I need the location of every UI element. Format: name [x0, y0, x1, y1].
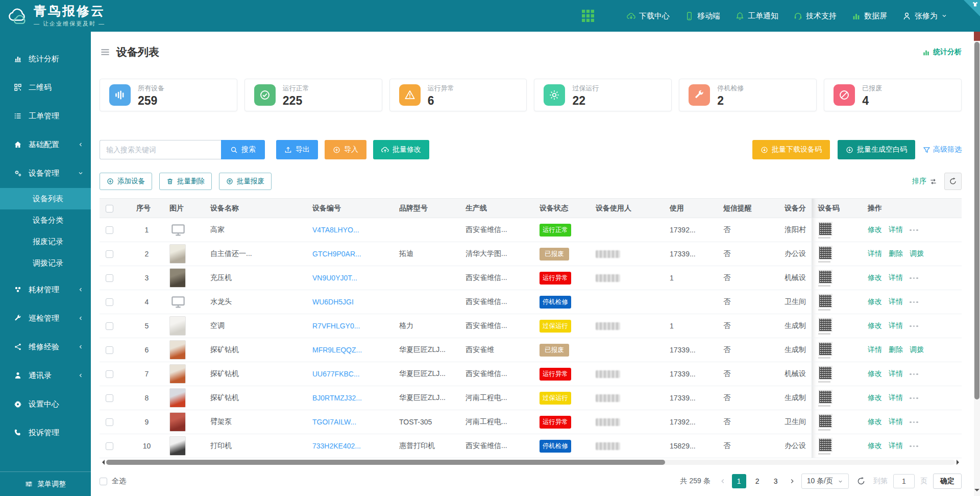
operation-link[interactable]: 删除 — [889, 345, 903, 353]
search-input[interactable] — [100, 140, 221, 159]
device-code-link[interactable]: VN9U0YJ0T... — [312, 274, 357, 282]
batch-scrap-button[interactable]: 批量报废 — [219, 173, 272, 190]
device-photo[interactable] — [169, 364, 186, 384]
device-code-link[interactable]: WU6DH5JGI — [312, 298, 354, 306]
sidebar-item-4[interactable]: 基础配置 — [0, 133, 91, 156]
more-operations-button[interactable] — [910, 397, 918, 399]
vertical-scroll-thumb[interactable] — [974, 42, 979, 399]
stat-card-6[interactable]: 已报废4 — [824, 79, 962, 111]
scroll-down-arrow-icon[interactable] — [974, 489, 979, 494]
topbar-item-4[interactable]: 技术支持 — [794, 11, 837, 21]
refresh-pagination-icon[interactable] — [856, 477, 866, 486]
qr-code-thumbnail[interactable] — [818, 294, 862, 311]
more-operations-button[interactable] — [910, 229, 918, 231]
qr-code-thumbnail[interactable] — [818, 222, 862, 239]
row-checkbox[interactable] — [106, 298, 113, 306]
operation-link[interactable]: 详情 — [889, 369, 903, 377]
operation-link[interactable]: 修改 — [868, 297, 882, 305]
stat-card-3[interactable]: 运行异常6 — [389, 79, 527, 111]
batch-delete-button[interactable]: 批量删除 — [159, 173, 212, 190]
page-number-1[interactable]: 1 — [732, 474, 746, 488]
sort-button[interactable]: 排序 — [912, 177, 937, 186]
topbar-item-2[interactable]: 移动端 — [685, 11, 720, 21]
page-number-2[interactable]: 2 — [750, 474, 765, 488]
device-code-link[interactable]: V4TA8LHYO... — [312, 226, 359, 234]
row-checkbox[interactable] — [106, 226, 113, 234]
device-code-link[interactable]: R7VFHLGY0... — [312, 322, 360, 330]
operation-link[interactable]: 调拨 — [910, 345, 924, 353]
scroll-right-arrow-icon[interactable] — [957, 460, 962, 465]
operation-link[interactable]: 详情 — [889, 273, 903, 281]
operation-link[interactable]: 详情 — [868, 249, 882, 257]
more-operations-button[interactable] — [910, 301, 918, 303]
operation-link[interactable]: 调拨 — [910, 249, 924, 257]
sidebar-subitem-4[interactable]: 调拨记录 — [0, 252, 91, 274]
sidebar-item-6[interactable]: 耗材管理 — [0, 278, 91, 301]
horizontal-scroll-thumb[interactable] — [106, 460, 665, 465]
qr-code-thumbnail[interactable] — [818, 246, 862, 263]
device-code-link[interactable]: UU677FKBC... — [312, 370, 360, 378]
operation-link[interactable]: 修改 — [868, 369, 882, 377]
qr-code-thumbnail[interactable] — [818, 390, 862, 407]
stat-card-5[interactable]: 停机检修2 — [679, 79, 817, 111]
operation-link[interactable]: 详情 — [889, 225, 903, 233]
stats-analysis-link[interactable]: 统计分析 — [922, 48, 962, 57]
confirm-button[interactable]: 确定 — [933, 474, 962, 489]
more-operations-button[interactable] — [910, 277, 918, 279]
operation-link[interactable]: 修改 — [868, 417, 882, 426]
header-checkbox[interactable] — [106, 205, 113, 212]
row-checkbox[interactable] — [106, 370, 113, 378]
sidebar-item-8[interactable]: 维修经验 — [0, 335, 91, 359]
row-checkbox[interactable] — [106, 322, 113, 330]
page-number-3[interactable]: 3 — [769, 474, 783, 488]
qr-code-thumbnail[interactable] — [818, 414, 862, 431]
device-code-link[interactable]: MFR9LEQQZ... — [312, 346, 362, 354]
sidebar-item-menu-adjust[interactable]: 菜单调整 — [0, 471, 91, 496]
more-operations-button[interactable] — [910, 325, 918, 327]
operation-link[interactable]: 删除 — [889, 249, 903, 257]
operation-link[interactable]: 详情 — [889, 297, 903, 305]
export-button[interactable]: 导出 — [276, 140, 318, 159]
next-page-icon[interactable] — [789, 478, 796, 485]
vertical-scrollbar[interactable] — [974, 32, 980, 496]
device-photo[interactable] — [169, 340, 186, 360]
sidebar-subitem-2[interactable]: 设备分类 — [0, 209, 91, 231]
user-menu[interactable]: 张修为 — [902, 11, 947, 21]
goto-page-input[interactable] — [893, 474, 915, 488]
more-operations-button[interactable] — [910, 373, 918, 375]
operation-link[interactable]: 修改 — [868, 393, 882, 401]
stat-card-1[interactable]: 所有设备259 — [100, 79, 237, 111]
prev-page-icon[interactable] — [719, 478, 726, 485]
device-photo[interactable] — [169, 316, 186, 336]
device-code-link[interactable]: TGOI7AILW... — [312, 418, 356, 426]
operation-link[interactable]: 详情 — [889, 321, 903, 329]
qr-code-thumbnail[interactable] — [818, 342, 862, 359]
operation-link[interactable]: 修改 — [868, 321, 882, 329]
topbar-item-5[interactable]: 数据屏 — [852, 11, 887, 21]
stat-card-2[interactable]: 运行正常225 — [244, 79, 382, 111]
more-operations-button[interactable] — [910, 445, 918, 447]
qr-code-thumbnail[interactable] — [818, 318, 862, 335]
advanced-filter-link[interactable]: 高级筛选 — [923, 145, 962, 154]
more-operations-button[interactable] — [910, 421, 918, 423]
qr-code-thumbnail[interactable] — [818, 366, 862, 383]
sidebar-subitem-1[interactable]: 设备列表 — [0, 188, 91, 209]
device-photo[interactable] — [169, 268, 186, 288]
sidebar-item-3[interactable]: 工单管理 — [0, 104, 91, 128]
row-checkbox[interactable] — [106, 250, 113, 258]
operation-link[interactable]: 详情 — [889, 393, 903, 401]
horizontal-scroll-track[interactable] — [106, 460, 955, 465]
sidebar-item-1[interactable]: 统计分析 — [0, 47, 91, 70]
topbar-item-3[interactable]: 工单通知 — [736, 11, 778, 21]
batch-download-codes-button[interactable]: 批量下载设备码 — [752, 140, 830, 159]
device-photo[interactable] — [169, 388, 186, 408]
stat-card-4[interactable]: 过保运行22 — [534, 79, 672, 111]
import-button[interactable]: 导入 — [325, 140, 366, 159]
qr-code-thumbnail[interactable] — [818, 270, 862, 287]
operation-link[interactable]: 修改 — [868, 441, 882, 450]
row-checkbox[interactable] — [106, 442, 113, 450]
sidebar-item-10[interactable]: 设置中心 — [0, 392, 91, 416]
row-checkbox[interactable] — [106, 274, 113, 282]
row-checkbox[interactable] — [106, 394, 113, 402]
scroll-left-arrow-icon[interactable] — [100, 460, 105, 465]
